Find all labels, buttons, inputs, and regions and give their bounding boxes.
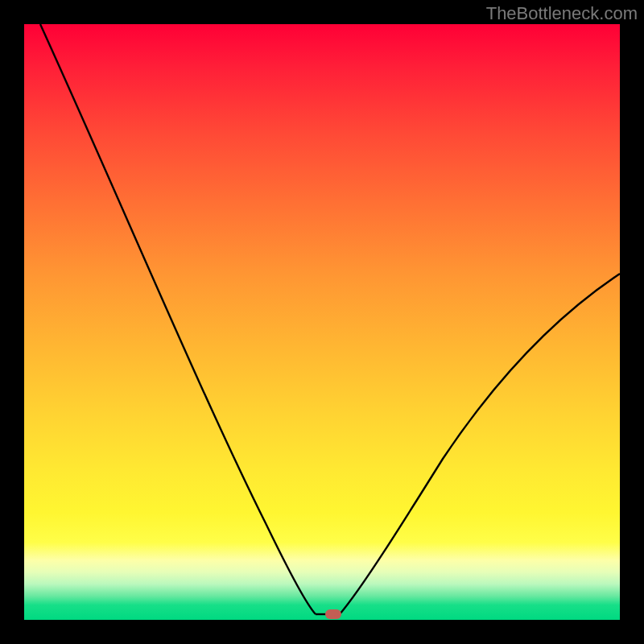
- chart-frame: TheBottleneck.com: [0, 0, 644, 644]
- minimum-marker: [325, 609, 341, 619]
- plot-area: [24, 24, 620, 620]
- bottleneck-curve: [24, 24, 620, 620]
- watermark-text: TheBottleneck.com: [486, 3, 638, 24]
